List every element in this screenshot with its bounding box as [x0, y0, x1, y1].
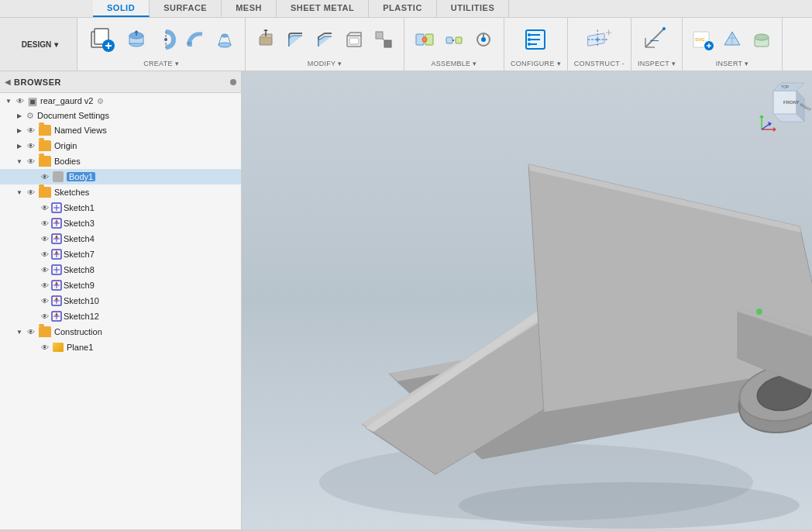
nav-cube[interactable]: FRONT RIGHT TOP: [758, 79, 804, 126]
chamfer-button[interactable]: [311, 26, 339, 53]
modify-label: MODIFY ▾: [308, 60, 342, 67]
assemble-icons: [411, 21, 497, 58]
tree-item-sketch8[interactable]: ▶ 👁 Sketch8: [0, 262, 241, 278]
tree-item-sketch10[interactable]: ▶ 👁 Sketch10: [0, 293, 241, 309]
sketch8-eye[interactable]: 👁: [39, 264, 51, 276]
plane1-eye[interactable]: 👁: [39, 341, 51, 353]
origin-folder-icon: [39, 140, 51, 151]
doc-settings-arrow[interactable]: ▶: [14, 110, 25, 121]
bodies-arrow[interactable]: ▼: [14, 156, 25, 167]
sketch10-eye[interactable]: 👁: [39, 295, 51, 307]
svg-rect-12: [188, 42, 192, 47]
sketch7-icon: [51, 249, 62, 260]
sketch3-eye[interactable]: 👁: [39, 217, 51, 229]
bodies-eye[interactable]: 👁: [25, 155, 37, 167]
tree-item-construction[interactable]: ▼ 👁 Construction: [0, 324, 241, 340]
sketch9-eye[interactable]: 👁: [39, 279, 51, 291]
sketch12-eye[interactable]: 👁: [39, 310, 51, 322]
tree-item-sketch7[interactable]: ▶ 👁 Sketch7: [0, 247, 241, 262]
inspect-button[interactable]: ⟵: [638, 23, 675, 56]
configure-button[interactable]: [517, 23, 554, 56]
browser-settings-dot[interactable]: [230, 79, 236, 85]
scale-button[interactable]: [370, 26, 397, 53]
drive-joints-button[interactable]: [470, 26, 497, 53]
svg-marker-73: [55, 235, 58, 238]
origin-arrow[interactable]: ▶: [14, 140, 25, 151]
tree-item-named-views[interactable]: ▶ 👁 Named Views: [0, 122, 241, 138]
tree-item-plane1[interactable]: ▶ 👁 Plane1: [0, 340, 241, 355]
create-icons: [84, 21, 239, 58]
body1-eye[interactable]: 👁: [39, 171, 51, 183]
tree-item-bodies[interactable]: ▼ 👁 Bodies: [0, 153, 241, 169]
joint-button[interactable]: [411, 26, 439, 53]
sketch4-label: Sketch4: [64, 234, 95, 243]
insert-svg-button[interactable]: SVG: [689, 26, 717, 53]
insert-mesh-icon: [721, 29, 743, 50]
loft-button[interactable]: [211, 26, 239, 53]
tab-sheet-metal[interactable]: SHEET METAL: [277, 0, 369, 17]
tree-item-body1[interactable]: ▶ 👁 Body1: [0, 169, 241, 184]
sketch12-label: Sketch12: [64, 312, 99, 321]
nav-cube-svg[interactable]: FRONT RIGHT TOP: [758, 79, 812, 133]
configure-icon: [521, 26, 549, 53]
construction-eye[interactable]: 👁: [25, 326, 37, 338]
new-component-button[interactable]: [84, 23, 121, 56]
named-views-eye[interactable]: 👁: [25, 124, 37, 136]
tab-plastic[interactable]: PLASTIC: [369, 0, 437, 17]
sketch1-eye[interactable]: 👁: [39, 202, 51, 214]
decal-button[interactable]: [748, 26, 776, 53]
construction-arrow[interactable]: ▼: [14, 326, 25, 337]
svg-point-115: [756, 309, 762, 315]
sketch3-label: Sketch3: [64, 219, 95, 228]
shell-button[interactable]: [340, 26, 368, 53]
tab-surface[interactable]: SURFACE: [150, 0, 222, 17]
sketches-arrow[interactable]: ▼: [14, 187, 25, 198]
tab-utilities[interactable]: UTILITIES: [437, 0, 509, 17]
sweep-button[interactable]: [181, 26, 209, 53]
origin-eye[interactable]: 👁: [25, 140, 37, 152]
body1-label: Body1: [67, 172, 95, 181]
drive-joints-icon: [473, 29, 494, 50]
tree-item-doc-settings[interactable]: ▶ ⚙ Document Settings: [0, 109, 241, 122]
svg-marker-88: [55, 297, 58, 300]
main-area: ◀ BROWSER ▼ 👁 ▣ rear_gaurd v2 ⚙ ▶ ⚙ Docu…: [0, 71, 812, 529]
tree-item-sketch12[interactable]: ▶ 👁 Sketch12: [0, 309, 241, 324]
sketch8-label: Sketch8: [64, 265, 95, 274]
sketch7-eye[interactable]: 👁: [39, 248, 51, 260]
rigid-group-button[interactable]: [440, 26, 468, 53]
tree-item-sketch4[interactable]: ▶ 👁 Sketch4: [0, 231, 241, 247]
toolbar-group-insert: SVG: [683, 18, 783, 71]
revolve-button[interactable]: [152, 26, 180, 53]
tree-item-sketch3[interactable]: ▶ 👁 ! Sketch3: [0, 216, 241, 231]
svg-marker-9: [134, 30, 139, 33]
joint-icon: [414, 29, 435, 50]
tree-item-sketch9[interactable]: ▶ 👁 Sketch9: [0, 278, 241, 293]
fillet-button[interactable]: [281, 26, 309, 53]
chamfer-icon: [314, 29, 335, 50]
toolbar-group-modify: MODIFY ▾: [246, 18, 404, 71]
tree-item-root[interactable]: ▼ 👁 ▣ rear_gaurd v2 ⚙: [0, 93, 241, 109]
insert-mesh-button[interactable]: [718, 26, 746, 53]
sketch4-eye[interactable]: 👁: [39, 233, 51, 245]
browser-back-icon[interactable]: ◀: [5, 78, 11, 86]
press-pull-button[interactable]: [252, 26, 280, 53]
extrude-button[interactable]: [122, 26, 150, 53]
root-settings-icon[interactable]: ⚙: [97, 97, 104, 105]
root-eye-icon[interactable]: 👁: [14, 95, 26, 107]
tree-item-sketches[interactable]: ▼ 👁 Sketches: [0, 184, 241, 200]
insert-label: INSERT ▾: [716, 60, 749, 67]
sketches-eye[interactable]: 👁: [25, 186, 37, 198]
tree-item-origin[interactable]: ▶ 👁 Origin: [0, 138, 241, 153]
design-button[interactable]: DESIGN ▾: [0, 18, 77, 71]
origin-label: Origin: [54, 141, 77, 150]
named-views-arrow[interactable]: ▶: [14, 125, 25, 136]
construct-button[interactable]: [580, 23, 618, 56]
svg-rect-21: [349, 38, 359, 44]
tree-item-sketch1[interactable]: ▶ 👁 Sketch1: [0, 200, 241, 216]
tab-mesh[interactable]: MESH: [222, 0, 277, 17]
viewport[interactable]: FRONT RIGHT TOP: [242, 71, 812, 529]
scale-icon: [373, 29, 394, 50]
tab-solid[interactable]: SOLID: [93, 0, 150, 17]
root-expand-arrow[interactable]: ▼: [3, 95, 14, 106]
fillet-icon: [284, 29, 306, 50]
